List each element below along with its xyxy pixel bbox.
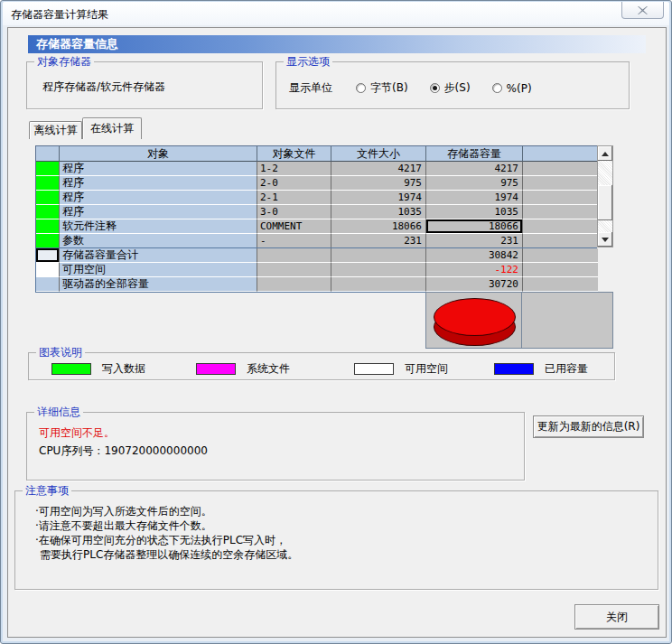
tab-online-calc[interactable]: 在线计算	[82, 117, 142, 139]
row-swatch[interactable]	[36, 191, 60, 205]
radio-icon[interactable]	[356, 83, 366, 93]
note-line: ·请注意不要超出最大存储文件个数。	[35, 518, 298, 533]
column-header-swatch	[36, 146, 60, 162]
summary-blank[interactable]	[523, 263, 598, 277]
summary-capacity-negative[interactable]: -122	[426, 263, 523, 277]
row-size[interactable]: 231	[331, 234, 426, 248]
row-capacity[interactable]: 975	[426, 176, 523, 191]
insufficient-space-warning: 可用空间不足。	[39, 425, 115, 441]
summary-blank[interactable]	[257, 277, 331, 292]
summary-blank[interactable]	[331, 277, 426, 292]
row-file[interactable]: 1-2	[257, 162, 331, 176]
row-size[interactable]: 1035	[331, 205, 426, 219]
row-size[interactable]: 975	[331, 176, 426, 191]
row-file[interactable]: COMMENT	[257, 219, 331, 234]
summary-table: 存储器容量合计 30842 可用空间 -122 驱动器的全部容量 30720	[35, 247, 597, 293]
summary-blank[interactable]	[331, 263, 426, 277]
legend-item-used-capacity: 已用容量	[494, 361, 588, 377]
pie-chart-cell	[425, 292, 522, 349]
summary-swatch[interactable]	[36, 248, 60, 263]
column-header-blank	[523, 146, 598, 162]
display-unit-row: 显示单位 字节(B) 步(S) %(P)	[289, 80, 554, 96]
row-swatch[interactable]	[36, 234, 60, 248]
row-capacity[interactable]: 231	[426, 234, 523, 248]
notes-group-title: 注意事项	[23, 484, 71, 497]
column-header-size: 文件大小	[331, 146, 426, 162]
summary-swatch[interactable]	[36, 263, 60, 277]
display-unit-label: 显示单位	[289, 80, 332, 96]
legend-group-title: 图表说明	[36, 346, 85, 359]
arrow-up-icon	[602, 152, 609, 156]
legend-swatch-white	[354, 363, 394, 375]
row-file[interactable]: 2-0	[257, 176, 331, 191]
tab-offline-calc[interactable]: 离线计算	[29, 121, 82, 139]
row-blank[interactable]	[523, 219, 598, 234]
table-scrollbar[interactable]	[597, 145, 613, 247]
row-file[interactable]: 2-1	[257, 191, 331, 205]
row-object[interactable]: 程序	[60, 176, 257, 191]
summary-blank[interactable]	[257, 248, 331, 263]
row-size[interactable]: 1974	[331, 191, 426, 205]
summary-blank[interactable]	[523, 248, 598, 263]
legend-label: 已用容量	[545, 361, 588, 377]
close-dialog-button[interactable]: 关闭	[574, 604, 659, 630]
row-file[interactable]: 3-0	[257, 205, 331, 219]
row-file[interactable]: -	[257, 234, 331, 248]
cpu-serial-number: CPU序列号：190720000000000	[39, 443, 208, 459]
column-header-file: 对象文件	[257, 146, 331, 162]
note-line: ·在确保可用空间充分的状态下无法执行PLC写入时，	[35, 533, 298, 547]
titlebar[interactable]: 存储器容量计算结果	[3, 2, 669, 25]
legend-swatch-magenta	[196, 363, 236, 375]
radio-unit-byte[interactable]: 字节(B)	[356, 80, 408, 96]
row-blank[interactable]	[523, 205, 598, 219]
scrollbar-thumb[interactable]	[598, 185, 612, 220]
pie-empty-cell	[522, 292, 613, 349]
radio-label: 字节(B)	[370, 80, 408, 96]
close-icon	[638, 6, 648, 14]
summary-label[interactable]: 存储器容量合计	[60, 248, 257, 263]
summary-label[interactable]: 驱动器的全部容量	[60, 277, 257, 292]
capacity-table: 对象 对象文件 文件大小 存储器容量 程序 1-2 4217 4217 程序 2…	[35, 145, 597, 249]
close-button[interactable]	[621, 2, 664, 19]
row-blank[interactable]	[523, 234, 598, 248]
row-object[interactable]: 程序	[60, 162, 257, 176]
row-swatch[interactable]	[36, 176, 60, 191]
row-object[interactable]: 程序	[60, 205, 257, 219]
row-capacity[interactable]: 4217	[426, 162, 523, 176]
row-size[interactable]: 4217	[331, 162, 426, 176]
summary-blank[interactable]	[331, 248, 426, 263]
scroll-down-button[interactable]	[598, 232, 612, 247]
row-blank[interactable]	[523, 176, 598, 191]
row-blank[interactable]	[523, 162, 598, 176]
row-capacity[interactable]: 1974	[426, 191, 523, 205]
selected-capacity-cell[interactable]: 18066	[426, 219, 523, 234]
row-capacity[interactable]: 1035	[426, 205, 523, 219]
row-swatch[interactable]	[36, 162, 60, 176]
legend-item-free-space: 可用空间	[354, 361, 448, 377]
note-line: 需要执行PLC存储器整理以确保连续的空余存储区域。	[35, 547, 298, 562]
row-swatch[interactable]	[36, 219, 60, 234]
update-info-button[interactable]: 更新为最新的信息(R)	[533, 415, 644, 438]
summary-blank[interactable]	[257, 263, 331, 277]
summary-swatch[interactable]	[36, 277, 60, 292]
row-size[interactable]: 18066	[331, 219, 426, 234]
legend-label: 系统文件	[247, 361, 290, 377]
row-object[interactable]: 参数	[60, 234, 257, 248]
radio-unit-step[interactable]: 步(S)	[430, 80, 471, 96]
summary-label[interactable]: 可用空间	[60, 263, 257, 277]
legend-label: 写入数据	[102, 361, 145, 377]
summary-capacity[interactable]: 30842	[426, 248, 523, 263]
row-swatch[interactable]	[36, 205, 60, 219]
row-object[interactable]: 程序	[60, 191, 257, 205]
scroll-up-button[interactable]	[598, 146, 612, 161]
radio-unit-percent[interactable]: %(P)	[492, 82, 532, 95]
radio-checked-icon[interactable]	[430, 83, 440, 93]
row-blank[interactable]	[523, 191, 598, 205]
note-line: ·可用空间为写入所选文件后的空间。	[35, 504, 298, 518]
summary-blank[interactable]	[523, 277, 598, 292]
row-object[interactable]: 软元件注释	[60, 219, 257, 234]
target-memory-value: 程序存储器/软元件存储器	[42, 79, 165, 95]
radio-icon[interactable]	[492, 83, 502, 93]
details-group: 详细信息 可用空间不足。 CPU序列号：190720000000000	[26, 412, 525, 481]
summary-capacity[interactable]: 30720	[426, 277, 523, 292]
